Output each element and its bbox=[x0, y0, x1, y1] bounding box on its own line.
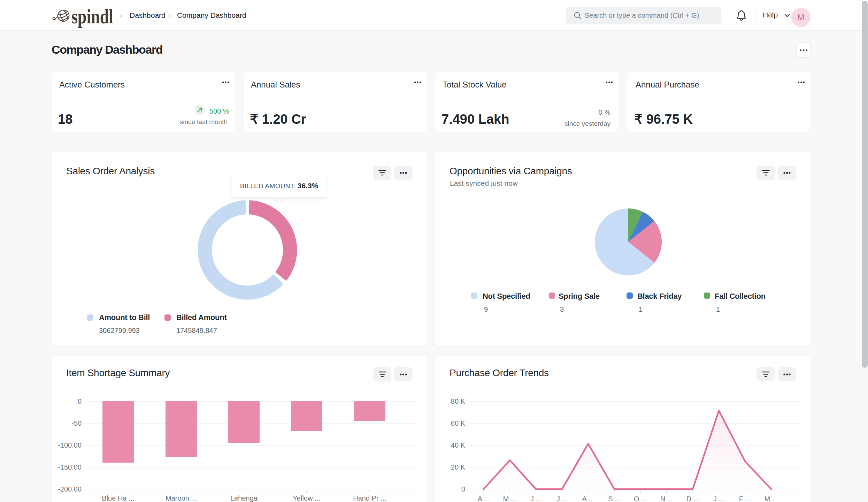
svg-text:spindl: spindl bbox=[71, 5, 113, 28]
svg-text:J ...: J ... bbox=[530, 495, 541, 502]
svg-text:Yellow ...: Yellow ... bbox=[293, 494, 320, 502]
svg-text:F ...: F ... bbox=[739, 495, 751, 502]
svg-text:-150.00: -150.00 bbox=[58, 463, 82, 471]
svg-text:M ...: M ... bbox=[503, 495, 517, 502]
svg-text:-100.00: -100.00 bbox=[58, 441, 82, 449]
svg-text:J ...: J ... bbox=[556, 495, 568, 502]
svg-text:-50: -50 bbox=[71, 419, 82, 427]
svg-text:O ...: O ... bbox=[634, 495, 647, 502]
svg-text:Lehenga: Lehenga bbox=[230, 494, 258, 502]
svg-text:0: 0 bbox=[78, 397, 82, 405]
svg-text:N ...: N ... bbox=[660, 495, 673, 502]
svg-text:0: 0 bbox=[461, 485, 465, 493]
svg-text:60 K: 60 K bbox=[451, 419, 466, 427]
svg-text:Blue Ha ...: Blue Ha ... bbox=[102, 494, 134, 502]
svg-text:Hand Pr ...: Hand Pr ... bbox=[353, 494, 386, 502]
svg-text:40 K: 40 K bbox=[451, 441, 466, 449]
svg-text:D ...: D ... bbox=[686, 495, 699, 502]
svg-text:Maroon ...: Maroon ... bbox=[166, 494, 197, 502]
svg-text:A ...: A ... bbox=[582, 495, 594, 502]
svg-text:M ...: M ... bbox=[765, 495, 778, 502]
svg-text:-200.00: -200.00 bbox=[58, 485, 82, 493]
svg-text:80 K: 80 K bbox=[451, 397, 466, 405]
svg-text:J ...: J ... bbox=[713, 495, 724, 502]
svg-text:S ...: S ... bbox=[608, 495, 621, 502]
svg-text:A ...: A ... bbox=[478, 495, 490, 502]
svg-text:20 K: 20 K bbox=[451, 463, 466, 471]
